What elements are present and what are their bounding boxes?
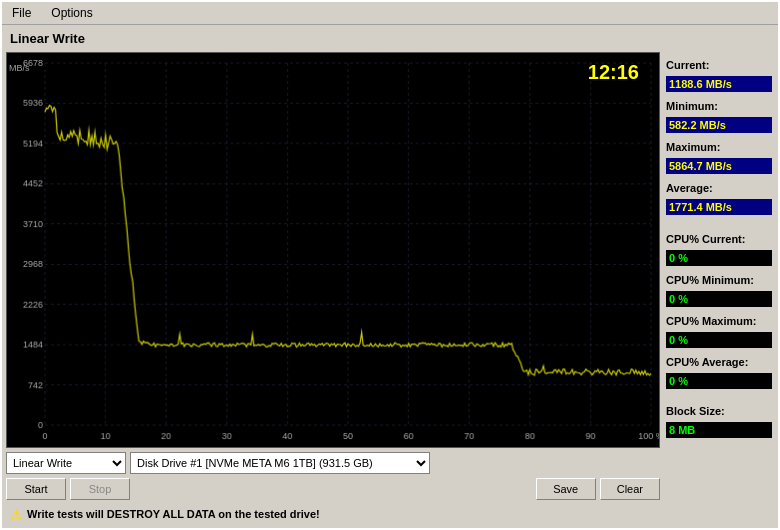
block-size-label: Block Size:: [666, 405, 772, 417]
block-size-value: 8 MB: [666, 422, 772, 438]
minimum-label: Minimum:: [666, 100, 772, 112]
minimum-value: 582.2 MB/s: [666, 117, 772, 133]
options-menu[interactable]: Options: [45, 4, 98, 22]
cpu-current-value: 0 %: [666, 250, 772, 266]
right-panel: Current: 1188.6 MB/s Minimum: 582.2 MB/s…: [664, 29, 774, 524]
chart-canvas: [7, 53, 659, 447]
warning-icon: ⚠: [10, 506, 23, 522]
warning-row: ⚠ Write tests will DESTROY ALL DATA on t…: [6, 504, 660, 524]
average-value: 1771.4 MB/s: [666, 199, 772, 215]
cpu-current-label: CPU% Current:: [666, 233, 772, 245]
content-area: Linear Write 12:16 Linear Write Random W…: [2, 25, 778, 528]
average-label: Average:: [666, 182, 772, 194]
current-value: 1188.6 MB/s: [666, 76, 772, 92]
chart-title: Linear Write: [6, 29, 660, 48]
maximum-label: Maximum:: [666, 141, 772, 153]
cpu-maximum-value: 0 %: [666, 332, 772, 348]
save-button[interactable]: Save: [536, 478, 596, 500]
stop-button[interactable]: Stop: [70, 478, 130, 500]
cpu-minimum-label: CPU% Minimum:: [666, 274, 772, 286]
menubar: File Options: [2, 2, 778, 25]
cpu-average-value: 0 %: [666, 373, 772, 389]
bottom-controls: Linear Write Random Write Linear Read Ra…: [6, 452, 660, 524]
current-label: Current:: [666, 59, 772, 71]
file-menu[interactable]: File: [6, 4, 37, 22]
test-type-select[interactable]: Linear Write Random Write Linear Read Ra…: [6, 452, 126, 474]
chart-container: 12:16: [6, 52, 660, 448]
left-panel: Linear Write 12:16 Linear Write Random W…: [6, 29, 660, 524]
main-window: File Options Linear Write 12:16 Linear W…: [0, 0, 780, 530]
maximum-value: 5864.7 MB/s: [666, 158, 772, 174]
disk-select[interactable]: Disk Drive #1 [NVMe META M6 1TB] (931.5 …: [130, 452, 430, 474]
cpu-minimum-value: 0 %: [666, 291, 772, 307]
cpu-average-label: CPU% Average:: [666, 356, 772, 368]
controls-row2: Start Stop Save Clear: [6, 478, 660, 500]
clear-button[interactable]: Clear: [600, 478, 660, 500]
warning-text: Write tests will DESTROY ALL DATA on the…: [27, 508, 320, 520]
timer-display: 12:16: [588, 61, 639, 84]
cpu-maximum-label: CPU% Maximum:: [666, 315, 772, 327]
controls-row1: Linear Write Random Write Linear Read Ra…: [6, 452, 660, 474]
start-button[interactable]: Start: [6, 478, 66, 500]
